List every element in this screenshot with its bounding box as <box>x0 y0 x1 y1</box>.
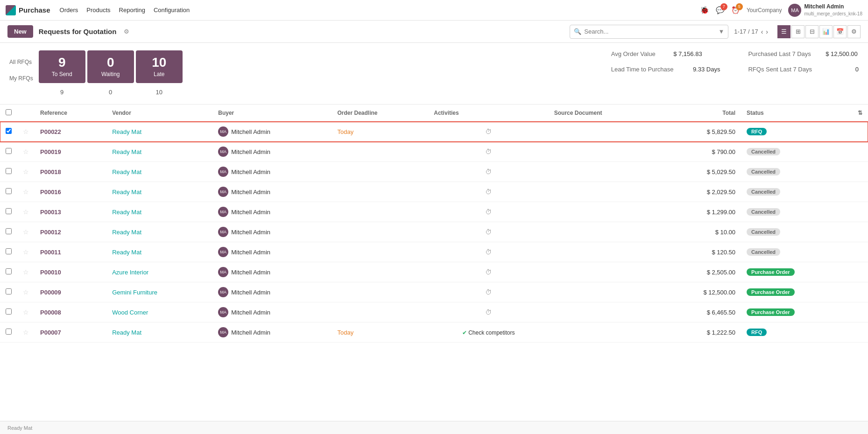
nav-orders[interactable]: Orders <box>60 7 78 14</box>
col-buyer[interactable]: Buyer <box>212 105 332 122</box>
col-reference[interactable]: Reference <box>35 105 106 122</box>
vendor-name[interactable]: Ready Mat <box>112 229 141 236</box>
star-icon[interactable]: ☆ <box>23 148 29 155</box>
row-checkbox[interactable] <box>6 148 12 154</box>
table-row[interactable]: ☆ P00016 Ready Mat MA Mitchell Admin ⏱ $… <box>0 182 868 202</box>
table-row[interactable]: ☆ P00013 Ready Mat MA Mitchell Admin ⏱ $… <box>0 202 868 222</box>
chat-icon[interactable]: 💬 7 <box>716 6 725 14</box>
stat-card-late[interactable]: 10 Late <box>136 50 183 83</box>
select-all-checkbox[interactable] <box>6 109 12 115</box>
row-checkbox[interactable] <box>6 288 12 294</box>
user-menu[interactable]: MA Mitchell Admin multi_merge_orders_knk… <box>788 3 862 17</box>
ref-link[interactable]: P00011 <box>40 249 61 256</box>
table-row[interactable]: ☆ P00019 Ready Mat MA Mitchell Admin ⏱ $… <box>0 142 868 162</box>
ref-link[interactable]: P00010 <box>40 269 61 276</box>
grid-view-button[interactable]: ⊟ <box>805 25 819 38</box>
ref-link[interactable]: P00008 <box>40 309 61 316</box>
row-checkbox[interactable] <box>6 128 12 134</box>
settings-gear-icon[interactable]: ⚙ <box>124 28 129 35</box>
my-to-send-val[interactable]: 9 <box>39 88 85 97</box>
row-checkbox[interactable] <box>6 268 12 274</box>
vendor-name[interactable]: Wood Corner <box>112 309 148 316</box>
col-activities[interactable]: Activities <box>428 105 548 122</box>
vendor-name[interactable]: Azure Interior <box>112 269 148 276</box>
vendor-name[interactable]: Ready Mat <box>112 189 141 196</box>
ref-link[interactable]: P00016 <box>40 189 61 196</box>
table-row[interactable]: ☆ P00007 Ready Mat MA Mitchell Admin Tod… <box>0 322 868 343</box>
search-icon: 🔍 <box>574 28 581 35</box>
nav-configuration[interactable]: Configuration <box>154 7 190 14</box>
timer-icon[interactable]: ⏰ 5 <box>731 6 740 14</box>
bug-icon[interactable]: 🐞 <box>700 6 709 14</box>
buyer-name: Mitchell Admin <box>231 269 270 276</box>
table-row[interactable]: ☆ P00012 Ready Mat MA Mitchell Admin ⏱ $… <box>0 222 868 242</box>
col-status[interactable]: Status <box>741 105 852 122</box>
star-icon[interactable]: ☆ <box>23 228 29 236</box>
star-icon[interactable]: ☆ <box>23 208 29 216</box>
calendar-view-button[interactable]: 📅 <box>833 25 847 38</box>
vendor-name[interactable]: Ready Mat <box>112 168 141 175</box>
table-row[interactable]: ☆ P00022 Ready Mat MA Mitchell Admin Tod… <box>0 122 868 142</box>
search-input[interactable] <box>584 28 715 35</box>
row-checkbox[interactable] <box>6 308 12 315</box>
vendor-name[interactable]: Ready Mat <box>112 249 141 256</box>
vendor-name[interactable]: Ready Mat <box>112 329 141 336</box>
row-checkbox[interactable] <box>6 228 12 234</box>
ref-link[interactable]: P00013 <box>40 209 61 216</box>
ref-link[interactable]: P00009 <box>40 289 61 296</box>
my-rfqs-label[interactable]: My RFQs <box>9 73 33 84</box>
row-checkbox[interactable] <box>6 168 12 174</box>
star-icon[interactable]: ☆ <box>23 329 29 336</box>
source-doc <box>549 222 660 242</box>
nav-products[interactable]: Products <box>86 7 110 14</box>
row-checkbox[interactable] <box>6 188 12 194</box>
star-icon[interactable]: ☆ <box>23 288 29 296</box>
stat-card-to-send[interactable]: 9 To Send <box>39 50 85 83</box>
table-row[interactable]: ☆ P00009 Gemini Furniture MA Mitchell Ad… <box>0 282 868 302</box>
star-icon[interactable]: ☆ <box>23 128 29 135</box>
ref-link[interactable]: P00018 <box>40 168 61 175</box>
star-icon[interactable]: ☆ <box>23 308 29 316</box>
star-icon[interactable]: ☆ <box>23 188 29 196</box>
table-row[interactable]: ☆ P00018 Ready Mat MA Mitchell Admin ⏱ $… <box>0 162 868 182</box>
vendor-name[interactable]: Gemini Furniture <box>112 289 157 296</box>
chart-view-button[interactable]: 📊 <box>819 25 833 38</box>
col-total[interactable]: Total <box>660 105 741 122</box>
ref-link[interactable]: P00007 <box>40 329 61 336</box>
stat-card-waiting[interactable]: 0 Waiting <box>87 50 134 83</box>
ref-link[interactable]: P00019 <box>40 148 61 155</box>
ref-link[interactable]: P00012 <box>40 229 61 236</box>
all-rfqs-label[interactable]: All RFQs <box>9 57 32 67</box>
app-logo[interactable]: Purchase <box>6 5 50 15</box>
col-source[interactable]: Source Document <box>549 105 660 122</box>
my-waiting-val[interactable]: 0 <box>87 88 134 97</box>
kanban-view-button[interactable]: ⊞ <box>791 25 804 38</box>
nav-reporting[interactable]: Reporting <box>119 7 145 14</box>
row-checkbox[interactable] <box>6 329 12 335</box>
my-late-val[interactable]: 10 <box>136 88 183 97</box>
row-checkbox[interactable] <box>6 248 12 254</box>
search-dropdown-icon[interactable]: ▼ <box>718 28 724 35</box>
list-view-button[interactable]: ☰ <box>777 25 790 38</box>
star-icon[interactable]: ☆ <box>23 168 29 175</box>
table-row[interactable]: ☆ P00010 Azure Interior MA Mitchell Admi… <box>0 262 868 282</box>
page-title: Requests for Quotation <box>39 28 117 35</box>
search-bar: 🔍 ▼ <box>570 25 728 39</box>
vendor-name[interactable]: Ready Mat <box>112 209 141 216</box>
col-vendor[interactable]: Vendor <box>106 105 212 122</box>
ref-link[interactable]: P00022 <box>40 128 61 135</box>
vendor-name[interactable]: Ready Mat <box>112 128 141 135</box>
row-checkbox[interactable] <box>6 208 12 214</box>
new-button[interactable]: New <box>7 25 33 38</box>
buyer-name: Mitchell Admin <box>231 229 270 236</box>
next-page-icon[interactable]: › <box>766 28 768 35</box>
star-icon[interactable]: ☆ <box>23 248 29 256</box>
settings-view-button[interactable]: ⚙ <box>847 25 861 38</box>
table-row[interactable]: ☆ P00008 Wood Corner MA Mitchell Admin ⏱… <box>0 302 868 322</box>
table-row[interactable]: ☆ P00011 Ready Mat MA Mitchell Admin ⏱ $… <box>0 242 868 262</box>
col-settings-icon[interactable]: ⇅ <box>852 105 868 122</box>
prev-page-icon[interactable]: ‹ <box>761 28 763 35</box>
vendor-name[interactable]: Ready Mat <box>112 148 141 155</box>
col-deadline[interactable]: Order Deadline <box>332 105 428 122</box>
star-icon[interactable]: ☆ <box>23 268 29 276</box>
